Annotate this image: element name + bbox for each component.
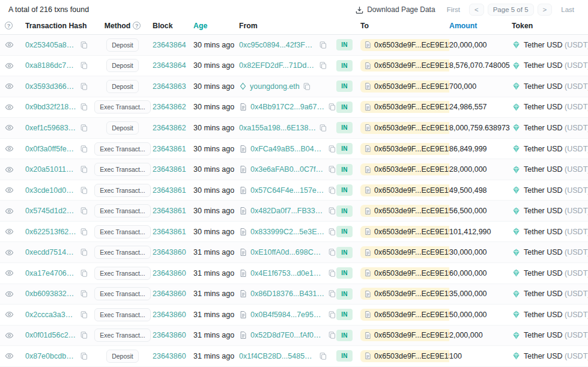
token-link[interactable]: Tether USD (USDT) — [524, 207, 588, 215]
copy-icon[interactable] — [328, 248, 336, 256]
copy-icon[interactable] — [328, 207, 336, 215]
block-link[interactable]: 23643861 — [153, 207, 186, 215]
copy-icon[interactable] — [80, 61, 88, 70]
copy-icon[interactable] — [80, 352, 88, 360]
eye-icon[interactable] — [5, 310, 14, 319]
copy-icon[interactable] — [319, 41, 327, 49]
method-badge[interactable]: Exec Transact... — [94, 100, 150, 114]
eye-icon[interactable] — [5, 351, 14, 360]
token-link[interactable]: Tether USD (USDT) — [524, 165, 588, 174]
eye-icon[interactable] — [5, 61, 14, 70]
txn-hash-link[interactable]: 0xef1c596836d... — [25, 124, 77, 132]
txn-hash-link[interactable]: 0x0f01d56c295... — [25, 331, 77, 339]
method-badge[interactable]: Deposit — [106, 121, 139, 135]
block-link[interactable]: 23643863 — [153, 82, 186, 91]
txn-hash-link[interactable]: 0x253405a80a... — [25, 41, 77, 49]
from-address-link[interactable]: 0x82EFD2dF...71Dd98d6c — [239, 61, 316, 70]
txn-hash-link[interactable]: 0x2ccca3a32d... — [25, 311, 77, 319]
from-address-link[interactable]: 0x57C64F4e...157e26F69 — [250, 186, 325, 195]
from-address-link[interactable]: 0x4E1f6753...d0e19a5d2 — [250, 269, 325, 278]
txn-hash-link[interactable]: 0x3cde10d0e9... — [25, 186, 77, 195]
method-badge[interactable]: Deposit — [106, 350, 139, 363]
block-link[interactable]: 23643860 — [153, 311, 186, 319]
eye-icon[interactable] — [5, 165, 14, 174]
block-link[interactable]: 23643862 — [153, 103, 186, 111]
copy-icon[interactable] — [80, 269, 88, 278]
txn-hash-link[interactable]: 0x3593d366c2... — [25, 82, 77, 91]
copy-icon[interactable] — [328, 290, 336, 298]
token-link[interactable]: Tether USD (USDT) — [524, 124, 588, 132]
copy-icon[interactable] — [328, 269, 336, 278]
method-badge[interactable]: Exec Transact... — [94, 225, 150, 238]
txn-hash-link[interactable]: 0x87e0bcdb70... — [25, 352, 77, 360]
copy-icon[interactable] — [80, 82, 88, 91]
from-address-link[interactable]: 0x86D18376...B43123a0E — [250, 290, 325, 298]
block-link[interactable]: 23643864 — [153, 61, 186, 70]
method-badge[interactable]: Exec Transact... — [94, 329, 150, 342]
block-link[interactable]: 23643860 — [153, 352, 186, 360]
copy-icon[interactable] — [80, 311, 88, 319]
method-badge[interactable]: Exec Transact... — [94, 142, 150, 156]
block-link[interactable]: 23643861 — [153, 165, 186, 174]
copy-icon[interactable] — [80, 145, 88, 153]
eye-icon[interactable] — [5, 144, 14, 153]
txn-hash-link[interactable]: 0x20a510110a... — [25, 165, 77, 174]
header-age-sort-link[interactable]: Age — [193, 22, 207, 30]
eye-icon[interactable] — [5, 207, 14, 216]
method-badge[interactable]: Exec Transact... — [94, 184, 150, 197]
method-badge[interactable]: Exec Transact... — [94, 308, 150, 321]
copy-icon[interactable] — [80, 331, 88, 339]
copy-icon[interactable] — [328, 165, 336, 174]
copy-icon[interactable] — [80, 41, 88, 49]
txn-hash-link[interactable]: 0x622513f6225... — [25, 228, 77, 236]
token-link[interactable]: Tether USD (USDT) — [524, 145, 588, 153]
token-link[interactable]: Tether USD (USDT) — [524, 41, 588, 49]
txn-hash-link[interactable]: 0xb60938329d... — [25, 290, 77, 298]
eye-icon[interactable] — [5, 103, 14, 112]
block-link[interactable]: 23643861 — [153, 186, 186, 195]
token-link[interactable]: Tether USD (USDT) — [524, 103, 588, 111]
question-circle-icon[interactable]: ? — [133, 22, 141, 29]
method-badge[interactable]: Deposit — [106, 59, 139, 72]
eye-icon[interactable] — [5, 331, 14, 340]
pagination-last-button[interactable]: Last — [556, 4, 580, 16]
txn-hash-link[interactable]: 0xecdd751409... — [25, 248, 77, 256]
from-address-link[interactable]: 0xE10ffA0d...698C65220 — [250, 248, 325, 256]
block-link[interactable]: 23643860 — [153, 269, 186, 278]
copy-icon[interactable] — [80, 124, 88, 132]
token-link[interactable]: Tether USD (USDT) — [524, 269, 588, 278]
copy-icon[interactable] — [80, 290, 88, 298]
txn-hash-link[interactable]: 0xa17e4706b6... — [25, 269, 77, 278]
copy-icon[interactable] — [80, 228, 88, 236]
from-address-link[interactable]: 0x4Bb917C2...9a6760E54 — [250, 103, 325, 111]
copy-icon[interactable] — [80, 165, 88, 174]
pagination-first-button[interactable]: First — [441, 4, 465, 16]
copy-icon[interactable] — [303, 82, 311, 91]
pagination-next-button[interactable]: > — [538, 4, 553, 16]
token-link[interactable]: Tether USD (USDT) — [524, 290, 588, 298]
eye-icon[interactable] — [5, 123, 14, 132]
copy-icon[interactable] — [80, 186, 88, 195]
eye-icon[interactable] — [5, 227, 14, 236]
method-badge[interactable]: Exec Transact... — [94, 246, 150, 259]
from-address-link[interactable]: 0x3e6aFAB0...0C7fA93Ac — [250, 165, 325, 174]
copy-icon[interactable] — [319, 61, 327, 70]
eye-icon[interactable] — [5, 82, 14, 91]
method-badge[interactable]: Deposit — [106, 80, 139, 93]
method-badge[interactable]: Exec Transact... — [94, 204, 150, 217]
block-link[interactable]: 23643860 — [153, 248, 186, 256]
token-link[interactable]: Tether USD (USDT) — [524, 311, 588, 319]
block-link[interactable]: 23643862 — [153, 124, 186, 132]
from-address-link[interactable]: 0xc95c0894...42f3FeF37 — [239, 41, 316, 49]
from-address-link[interactable]: 0x1f4CB28D...5485Cf27d — [239, 352, 316, 360]
eye-icon[interactable] — [5, 186, 14, 195]
eye-icon[interactable] — [5, 268, 14, 278]
token-link[interactable]: Tether USD (USDT) — [524, 352, 588, 360]
token-link[interactable]: Tether USD (USDT) — [524, 228, 588, 236]
copy-icon[interactable] — [328, 186, 336, 195]
token-link[interactable]: Tether USD (USDT) — [524, 331, 588, 339]
method-badge[interactable]: Exec Transact... — [94, 267, 150, 280]
token-link[interactable]: Tether USD (USDT) — [524, 186, 588, 195]
copy-icon[interactable] — [328, 228, 336, 236]
from-address-link[interactable]: 0xa155a198...6E138f59d — [239, 124, 316, 132]
